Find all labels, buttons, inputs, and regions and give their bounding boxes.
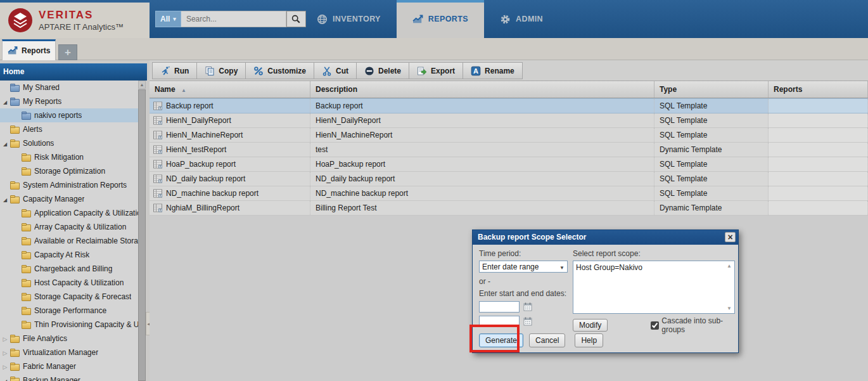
search-filter-dropdown[interactable]: All	[155, 11, 181, 27]
expander-icon[interactable]	[1, 139, 9, 148]
delete-icon	[364, 66, 374, 76]
search-input[interactable]	[181, 11, 286, 27]
scroll-up-icon[interactable]	[138, 81, 146, 89]
table-row-backup-report[interactable]: Backup report Backup report SQL Template	[150, 98, 868, 113]
tree-item-label: Available or Reclaimable Storage	[34, 236, 138, 245]
tree-item-label: Capacity At Risk	[34, 250, 89, 259]
copy-button[interactable]: Copy	[197, 62, 246, 79]
time-period-select[interactable]: Enter date range	[479, 261, 568, 273]
calendar-icon[interactable]	[523, 302, 533, 312]
run-button[interactable]: Run	[152, 62, 197, 79]
sidebar-item-system-administration-reports[interactable]: System Administration Reports	[0, 178, 138, 192]
row-type: SQL Template	[654, 172, 769, 186]
add-tab-button[interactable]: +	[58, 44, 77, 60]
sidebar-scrollbar[interactable]	[138, 81, 146, 381]
sidebar-item-backup-manager[interactable]: Backup Manager	[0, 373, 138, 381]
expander-icon[interactable]	[1, 348, 9, 357]
cascade-checkbox[interactable]	[651, 321, 659, 330]
sidebar-item-storage-capacity-forecast[interactable]: Storage Capacity & Forecast	[0, 290, 138, 304]
sidebar-item-my-shared[interactable]: My Shared	[0, 81, 138, 94]
row-description: Backup report	[310, 99, 654, 113]
column-label: Description	[316, 85, 357, 94]
sidebar-header-home[interactable]: Home	[0, 63, 147, 81]
table-row-nghiam-billingreport[interactable]: NghiaM_BillingReport Billing Report Test…	[150, 201, 868, 216]
sidebar-item-chargeback-and-billing[interactable]: Chargeback and Billing	[0, 262, 138, 276]
sidebar-item-storage-optimization[interactable]: Storage Optimization	[0, 164, 138, 178]
expander-icon[interactable]	[1, 97, 9, 106]
folder-icon	[22, 322, 31, 329]
sidebar-item-file-analytics[interactable]: File Analytics	[0, 332, 138, 345]
tree-item-label: System Administration Reports	[23, 181, 127, 190]
scroll-down-icon[interactable]	[725, 306, 733, 311]
column-header-description[interactable]: Description	[310, 81, 654, 98]
calendar-icon[interactable]	[523, 316, 533, 326]
folder-icon	[22, 308, 31, 315]
sidebar-item-risk-mitigation[interactable]: Risk Mitigation	[0, 150, 138, 164]
table-row-hoap-backup-report[interactable]: HoaP_backup report HoaP_backup report SQ…	[150, 157, 868, 172]
scrollbar-thumb[interactable]	[138, 89, 146, 381]
sidebar-item-my-reports[interactable]: My Reports	[0, 94, 138, 108]
sidebar-item-capacity-manager[interactable]: Capacity Manager	[0, 192, 138, 206]
expander-icon[interactable]	[1, 362, 9, 371]
row-name: HienN_DailyReport	[166, 116, 231, 125]
sidebar-item-thin-provisioning-capacity-utiliza[interactable]: Thin Provisioning Capacity & Utiliza	[0, 318, 138, 332]
search-icon	[291, 14, 301, 24]
close-icon[interactable]	[725, 232, 736, 242]
modify-button[interactable]: Modify	[573, 319, 608, 332]
start-date-input[interactable]	[479, 301, 520, 313]
cut-button[interactable]: Cut	[314, 62, 357, 79]
row-name: HienN_testReport	[166, 145, 226, 154]
tree-item-label: Backup Manager	[23, 376, 80, 381]
sidebar-item-alerts[interactable]: Alerts	[0, 122, 138, 136]
folder-icon	[22, 294, 31, 301]
tree-item-label: Chargeback and Billing	[34, 264, 112, 273]
rename-button[interactable]: Rename	[463, 62, 523, 79]
help-button[interactable]: Help	[575, 333, 603, 347]
report-scope-listbox[interactable]: Host Group=Nakivo	[573, 261, 735, 314]
sidebar-item-storage-performance[interactable]: Storage Performance	[0, 304, 138, 318]
column-header-name[interactable]: Name	[150, 81, 310, 98]
generate-button[interactable]: Generate	[479, 333, 523, 347]
table-body: Backup report Backup report SQL Template…	[150, 98, 868, 216]
folder-icon	[22, 210, 31, 217]
report-icon	[153, 145, 163, 155]
table-row-hienn-machinereport[interactable]: HienN_MachineReport HienN_MachineReport …	[150, 128, 868, 143]
column-header-type[interactable]: Type	[654, 81, 769, 98]
column-header-reports[interactable]: Reports	[769, 81, 868, 98]
row-name: ND_machine backup report	[166, 189, 258, 198]
expander-icon[interactable]	[1, 334, 9, 343]
tree-item-label: Application Capacity & Utilization	[34, 209, 138, 217]
table-row-nd-daily-backup-report[interactable]: ND_daily backup report ND_daily backup r…	[150, 172, 868, 186]
sidebar-item-virtualization-manager[interactable]: Virtualization Manager	[0, 345, 138, 359]
nav-tab-admin[interactable]: ADMIN	[484, 0, 559, 38]
delete-button[interactable]: Delete	[357, 62, 409, 79]
cancel-button[interactable]: Cancel	[529, 333, 565, 347]
sidebar-item-nakivo-reports[interactable]: nakivo reports	[0, 108, 138, 122]
row-description: Billing Report Test	[310, 201, 654, 215]
sidebar-item-capacity-at-risk[interactable]: Capacity At Risk	[0, 248, 138, 262]
customize-button[interactable]: Customize	[246, 62, 314, 79]
tree-item-label: Capacity Manager	[23, 195, 84, 203]
export-button[interactable]: Export	[409, 62, 463, 79]
nav-tab-inventory[interactable]: INVENTORY	[301, 0, 397, 38]
tree-item-label: Fabric Manager	[23, 362, 76, 371]
tab-reports[interactable]: Reports	[2, 39, 56, 60]
row-name: HoaP_backup report	[166, 160, 236, 169]
table-row-hienn-testreport[interactable]: HienN_testReport test Dynamic Template	[150, 143, 868, 157]
folder-icon	[22, 169, 31, 176]
table-row-hienn-dailyreport[interactable]: HienN_DailyReport HienN_DailyReport SQL …	[150, 113, 868, 128]
sidebar-item-solutions[interactable]: Solutions	[0, 136, 138, 150]
tree-item-label: Storage Performance	[34, 306, 106, 315]
end-date-input[interactable]	[479, 316, 520, 327]
sidebar-item-available-or-reclaimable-storage[interactable]: Available or Reclaimable Storage	[0, 234, 138, 248]
sidebar-item-array-capacity-utilization[interactable]: Array Capacity & Utilization	[0, 220, 138, 234]
folder-icon	[10, 350, 20, 357]
table-row-nd-machine-backup-report[interactable]: ND_machine backup report ND_machine back…	[150, 186, 868, 201]
sidebar-item-fabric-manager[interactable]: Fabric Manager	[0, 359, 138, 373]
scroll-up-icon[interactable]	[725, 263, 733, 269]
nav-tab-reports[interactable]: REPORTS	[397, 0, 484, 38]
expander-icon[interactable]	[1, 376, 9, 381]
sidebar-item-application-capacity-utilization[interactable]: Application Capacity & Utilization	[0, 206, 138, 220]
sidebar-item-host-capacity-utilization[interactable]: Host Capacity & Utilization	[0, 276, 138, 290]
expander-icon[interactable]	[1, 195, 9, 203]
